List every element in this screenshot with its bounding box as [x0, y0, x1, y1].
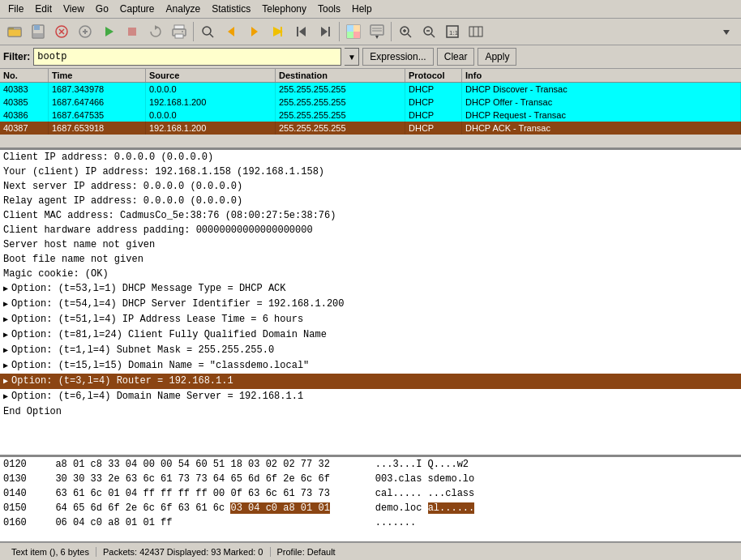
filter-input[interactable] [33, 48, 341, 66]
svg-marker-37 [375, 36, 379, 39]
packet-dst: 255.255.255.255 [276, 109, 405, 122]
hex-bytes: 30 30 33 2e 63 6c 61 73 73 64 65 6d 6f 2… [55, 472, 363, 485]
options-button[interactable] [74, 20, 96, 43]
packet-proto: DHCP [405, 109, 462, 122]
packet-row[interactable]: 40386 1687.647535 0.0.0.0 255.255.255.25… [0, 109, 741, 122]
packet-list-header: No. Time Source Destination Protocol Inf… [0, 69, 741, 83]
detail-line[interactable]: Client hardware address padding: 0000000… [0, 223, 741, 237]
find-button[interactable] [196, 20, 219, 43]
detail-line[interactable]: ▶Option: (t=54,l=4) DHCP Server Identifi… [0, 297, 741, 312]
colorize-button[interactable] [342, 20, 365, 43]
save-button[interactable] [27, 20, 49, 43]
menu-file[interactable]: File [3, 2, 28, 16]
detail-line[interactable]: ▶Option: (t=6,l=4) Domain Name Server = … [0, 389, 741, 404]
hex-line: 0120 a8 01 c8 33 04 00 00 54 60 51 18 03… [0, 457, 741, 472]
col-header-time: Time [49, 69, 146, 82]
status-packets: Packets: 42437 Displayed: 93 Marked: 0 [96, 547, 271, 557]
svg-rect-47 [469, 27, 482, 36]
main-content: No. Time Source Destination Protocol Inf… [0, 69, 741, 542]
hex-ascii: ....... [375, 516, 416, 529]
packet-info: DHCP Offer - Transac [462, 96, 741, 109]
hex-bytes: 64 65 6d 6f 2e 6c 6f 63 61 6c 03 04 c0 a… [55, 502, 363, 515]
detail-line[interactable]: Boot file name not given [0, 252, 741, 267]
zoom-normal-button[interactable]: 1:1 [441, 20, 464, 43]
packet-row[interactable]: 40383 1687.343978 0.0.0.0 255.255.255.25… [0, 83, 741, 96]
menubar: File Edit View Go Capture Analyze Statis… [0, 0, 741, 19]
svg-rect-26 [297, 27, 298, 36]
statusbar: Text item (), 6 bytes Packets: 42437 Dis… [0, 542, 741, 560]
expand-arrow-icon[interactable]: ▶ [3, 284, 8, 293]
detail-line[interactable]: Next server IP address: 0.0.0.0 (0.0.0.0… [0, 179, 741, 194]
last-packet-button[interactable] [314, 20, 336, 43]
expand-arrow-icon[interactable]: ▶ [3, 300, 8, 309]
expression-button[interactable]: Expression... [362, 48, 433, 66]
first-packet-button[interactable] [290, 20, 313, 43]
restart-button[interactable] [144, 20, 167, 43]
zoom-out-button[interactable] [418, 20, 440, 43]
goto-button[interactable] [267, 20, 289, 43]
stop-button[interactable] [121, 20, 143, 43]
start-button[interactable] [97, 20, 120, 43]
menu-analyze[interactable]: Analyze [161, 2, 206, 16]
menu-statistics[interactable]: Statistics [207, 2, 255, 16]
detail-line[interactable]: ▶Option: (t=51,l=4) IP Address Lease Tim… [0, 312, 741, 327]
svg-marker-27 [321, 27, 328, 36]
menu-capture[interactable]: Capture [115, 2, 160, 16]
detail-line[interactable]: ▶Option: (t=3,l=4) Router = 192.168.1.1 [0, 374, 741, 389]
svg-rect-31 [353, 25, 360, 32]
detail-line[interactable]: End Option [0, 404, 741, 419]
expand-arrow-icon[interactable]: ▶ [3, 331, 8, 340]
detail-line[interactable]: Relay agent IP address: 0.0.0.0 (0.0.0.0… [0, 194, 741, 208]
expand-arrow-icon[interactable]: ▶ [3, 346, 8, 355]
packet-detail[interactable]: Client IP address: 0.0.0.0 (0.0.0.0) You… [0, 150, 741, 457]
packet-rows: 40383 1687.343978 0.0.0.0 255.255.255.25… [0, 83, 741, 135]
detail-line[interactable]: Client IP address: 0.0.0.0 (0.0.0.0) [0, 150, 741, 165]
detail-line[interactable]: Magic cookie: (OK) [0, 267, 741, 281]
col-header-no: No. [0, 69, 49, 82]
open-button[interactable] [3, 20, 26, 43]
detail-line[interactable]: Server host name not given [0, 237, 741, 252]
svg-rect-34 [370, 25, 383, 35]
resize-columns-button[interactable] [465, 20, 487, 43]
col-header-destination: Destination [276, 69, 405, 82]
expand-arrow-icon[interactable]: ▶ [3, 377, 8, 386]
menu-edit[interactable]: Edit [30, 2, 57, 16]
detail-line[interactable]: ▶Option: (t=15,l=15) Domain Name = "clas… [0, 358, 741, 374]
zoom-in-button[interactable] [394, 20, 417, 43]
svg-line-43 [431, 34, 435, 37]
hex-ascii: demo.loc al...... [375, 502, 474, 515]
packet-time: 1687.647535 [49, 109, 146, 122]
menu-telephony[interactable]: Telephony [257, 2, 311, 16]
forward-button[interactable] [243, 20, 266, 43]
detail-line[interactable]: Client MAC address: CadmusCo_5e:38:76 (0… [0, 208, 741, 223]
close-capture-button[interactable] [50, 20, 73, 43]
hex-offset: 0150 [3, 502, 44, 515]
svg-marker-22 [251, 27, 258, 36]
detail-line[interactable]: ▶Option: (t=53,l=1) DHCP Message Type = … [0, 281, 741, 297]
back-button[interactable] [220, 20, 242, 43]
apply-button[interactable]: Apply [478, 48, 516, 66]
expand-arrow-icon[interactable]: ▶ [3, 361, 8, 370]
clear-button[interactable]: Clear [437, 48, 475, 66]
hex-dump[interactable]: 0120 a8 01 c8 33 04 00 00 54 60 51 18 03… [0, 457, 741, 542]
packet-no: 40383 [0, 83, 49, 96]
hex-bytes: a8 01 c8 33 04 00 00 54 60 51 18 03 02 0… [55, 458, 363, 471]
expand-arrow-icon[interactable]: ▶ [3, 392, 8, 401]
packet-info: DHCP Discover - Transac [462, 83, 741, 96]
menu-tools[interactable]: Tools [313, 2, 345, 16]
packet-list: No. Time Source Destination Protocol Inf… [0, 69, 741, 150]
menu-help[interactable]: Help [347, 2, 377, 16]
packet-row[interactable]: 40385 1687.647466 192.168.1.200 255.255.… [0, 96, 741, 109]
more-button[interactable] [715, 20, 738, 43]
detail-line[interactable]: Your (client) IP address: 192.168.1.158 … [0, 165, 741, 179]
expand-arrow-icon[interactable]: ▶ [3, 315, 8, 324]
packet-dst: 255.255.255.255 [276, 122, 405, 135]
menu-go[interactable]: Go [91, 2, 114, 16]
detail-line[interactable]: ▶Option: (t=81,l=24) Client Fully Qualif… [0, 327, 741, 343]
print-button[interactable] [168, 20, 191, 43]
menu-view[interactable]: View [58, 2, 89, 16]
filter-dropdown-button[interactable]: ▼ [345, 48, 359, 66]
packet-row[interactable]: 40387 1687.653918 192.168.1.200 255.255.… [0, 122, 741, 135]
detail-line[interactable]: ▶Option: (t=1,l=4) Subnet Mask = 255.255… [0, 343, 741, 358]
autoscroll-button[interactable] [366, 20, 388, 43]
